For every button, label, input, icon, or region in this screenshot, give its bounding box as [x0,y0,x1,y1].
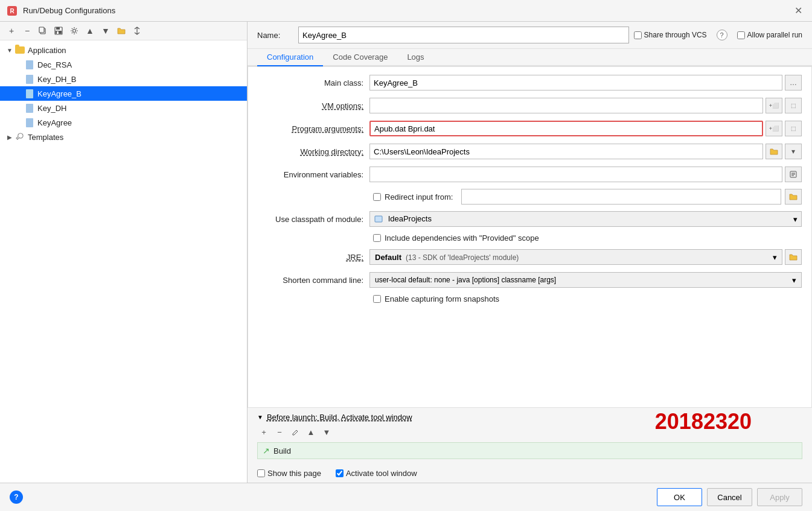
save-config-button[interactable] [52,24,65,37]
show-page-checkbox[interactable] [257,469,265,477]
key-dh-b-label: Key_DH_B [37,75,76,84]
allow-parallel-checkbox[interactable] [737,31,745,39]
working-dir-row: Working directory: ▾ [258,143,802,160]
working-dir-dropdown-button[interactable]: ▾ [785,144,802,159]
redirect-input-checkbox[interactable] [373,193,381,201]
tab-code-coverage[interactable]: Code Coverage [323,49,397,66]
program-args-label: Program arguments: [258,124,369,133]
redirect-input-row: Redirect input from: [258,189,802,205]
include-deps-label: Include dependencies with "Provided" sco… [385,233,539,243]
tab-logs[interactable]: Logs [397,49,433,66]
vm-options-field: +⬜ ⬚ [369,98,802,113]
cancel-button[interactable]: Cancel [707,488,752,506]
working-dir-input[interactable] [369,144,763,159]
move-down-button[interactable]: ▼ [99,24,112,37]
tree-area: ▼ Application ▶ Dec_RSA ▶ Key_D [0,40,247,483]
file-icon-keyagree [24,117,35,128]
program-args-input[interactable] [369,121,763,136]
vm-options-expand-button[interactable]: +⬜ [766,98,782,113]
redirect-input-field[interactable] [461,189,781,205]
program-args-row: Program arguments: +⬜ ⬚ [258,120,802,137]
add-config-button[interactable]: + [5,24,18,37]
tree-item-keyagree-b[interactable]: ▶ KeyAgree_B [0,86,247,101]
tree-expand-application[interactable]: ▼ [5,45,14,55]
working-dir-label: Working directory: [258,147,369,156]
before-launch-collapse-icon[interactable]: ▼ [257,414,263,421]
before-launch-edit-button[interactable] [289,425,302,439]
program-args-expand-button[interactable]: +⬜ [766,121,782,136]
apply-button[interactable]: Apply [757,488,802,506]
sort-button[interactable] [130,24,144,37]
tree-item-keyagree[interactable]: ▶ KeyAgree [0,115,247,130]
tree-expand-templates[interactable]: ▶ [5,132,14,142]
main-class-row: Main class: … [258,74,802,91]
classpath-dropdown-arrow: ▾ [793,215,798,224]
tree-templates-node[interactable]: ▶ Templates [0,130,247,144]
name-input[interactable] [298,27,629,43]
title-bar-title: Run/Debug Configurations [23,6,115,15]
name-row: Name: Share through VCS ? Allow parallel… [248,22,812,49]
build-arrow-icon: ↗ [263,446,270,455]
tree-item-key-dh-b[interactable]: ▶ Key_DH_B [0,72,247,86]
activate-tool-item: Activate tool window [336,469,417,478]
before-launch-down-button[interactable]: ▼ [320,425,333,439]
jre-browse-button[interactable] [785,249,802,265]
close-button[interactable]: ✕ [791,4,806,17]
config-content: Main class: … VM options: +⬜ ⬚ [248,66,812,408]
activate-tool-label: Activate tool window [346,469,417,478]
classpath-dropdown[interactable]: IdeaProjects ▾ [369,211,802,227]
shorten-cmd-arrow: ▾ [792,276,796,285]
redirect-input-browse-button[interactable] [785,189,802,205]
vm-options-expand2-button[interactable]: ⬚ [785,98,802,113]
move-up-button[interactable]: ▲ [83,24,97,37]
svg-rect-3 [39,27,44,33]
include-deps-checkbox[interactable] [373,234,381,242]
title-bar-left: R Run/Debug Configurations [6,5,115,17]
main-class-input[interactable] [369,75,782,90]
env-vars-browse-button[interactable] [785,167,802,182]
shorten-cmd-dropdown[interactable]: user-local default: none - java [options… [369,272,802,288]
footer-left: ? [10,490,23,504]
jre-value: Default (13 - SDK of 'IdeaProjects' modu… [375,253,773,262]
shorten-cmd-field: user-local default: none - java [options… [369,272,802,288]
before-launch-add-button[interactable]: + [257,425,270,439]
tree-application-node[interactable]: ▼ Application [0,43,247,57]
classpath-row: Use classpath of module: IdeaProjects ▾ [258,211,802,227]
key-dh-label: Key_DH [37,104,66,113]
settings-button[interactable] [68,24,81,37]
remove-config-button[interactable]: − [21,24,34,37]
jre-row: JRE: Default (13 - SDK of 'IdeaProjects'… [258,249,802,265]
before-launch-up-button[interactable]: ▲ [304,425,318,439]
env-vars-label: Environment variables: [258,170,369,179]
classpath-value: IdeaProjects [374,214,793,224]
tree-item-dec-rsa[interactable]: ▶ Dec_RSA [0,57,247,72]
share-vcs-checkbox[interactable] [634,31,642,39]
before-launch-remove-button[interactable]: − [273,425,286,439]
keyagree-b-label: KeyAgree_B [37,89,82,98]
program-args-field: +⬜ ⬚ [369,121,802,136]
program-args-expand2-button[interactable]: ⬚ [785,121,802,136]
shorten-cmd-value: user-local default: none - java [options… [375,276,792,284]
help-button[interactable]: ? [10,490,23,504]
bottom-checks: Show this page Activate tool window [248,464,812,483]
copy-config-button[interactable] [36,24,50,37]
svg-text:R: R [10,8,14,14]
main-class-browse-button[interactable]: … [785,75,802,90]
ok-button[interactable]: OK [657,488,702,506]
share-vcs-label: Share through VCS [644,31,707,39]
share-vcs-help-button[interactable]: ? [717,30,727,40]
jre-dropdown[interactable]: Default (13 - SDK of 'IdeaProjects' modu… [369,249,782,265]
folder-button[interactable] [115,24,128,37]
activate-tool-checkbox[interactable] [336,469,344,477]
tab-configuration[interactable]: Configuration [257,49,323,66]
enable-capture-checkbox[interactable] [373,295,381,303]
vm-options-input[interactable] [369,98,763,113]
env-vars-input[interactable] [369,167,782,182]
before-launch-toolbar: + − ▲ ▼ [257,425,802,439]
share-vcs-item: Share through VCS [634,31,707,39]
tree-item-key-dh[interactable]: ▶ Key_DH [0,101,247,115]
working-dir-browse-button[interactable] [766,144,782,159]
file-icon-keyagree-b [24,88,35,99]
show-page-label: Show this page [267,469,321,478]
templates-wrench-icon [14,132,25,142]
